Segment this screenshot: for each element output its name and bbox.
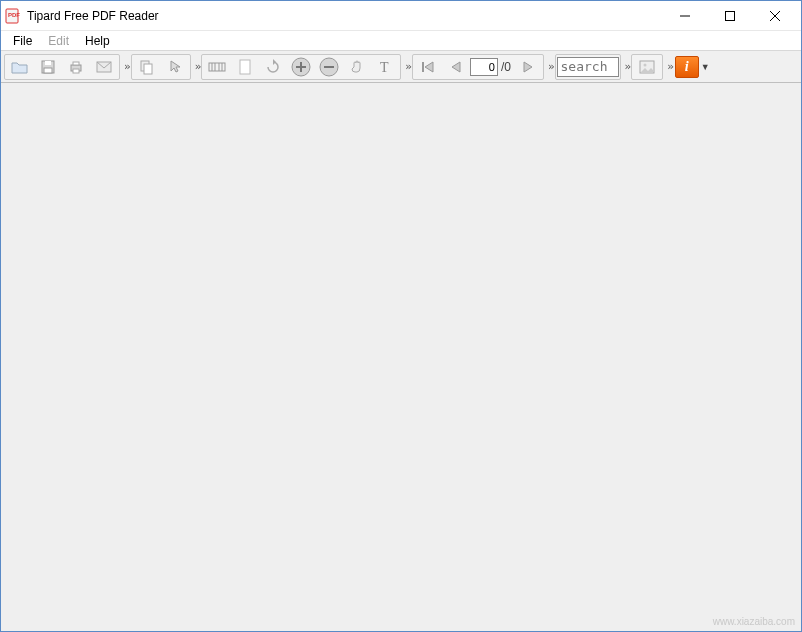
svg-point-29 (644, 63, 647, 66)
app-icon: PDF (5, 8, 21, 24)
svg-rect-15 (209, 63, 225, 71)
overflow-chevron-icon[interactable]: » (546, 60, 555, 73)
search-input[interactable] (557, 57, 619, 77)
toolbar-group-text (131, 54, 191, 80)
titlebar: PDF Tipard Free PDF Reader (1, 1, 801, 31)
document-viewport: www.xiazaiba.com (1, 83, 801, 631)
svg-point-24 (320, 58, 338, 76)
page-number-input[interactable] (470, 58, 498, 76)
next-page-button[interactable] (515, 56, 541, 78)
toolbar-group-view: T (201, 54, 401, 80)
close-button[interactable] (752, 1, 797, 30)
svg-rect-8 (44, 68, 52, 73)
overflow-chevron-icon[interactable]: » (623, 60, 632, 73)
menu-file[interactable]: File (5, 32, 40, 50)
svg-text:PDF: PDF (8, 12, 20, 18)
svg-rect-12 (97, 62, 111, 72)
zoom-in-button[interactable] (288, 56, 314, 78)
toolbar-group-snapshot (631, 54, 663, 80)
fit-width-button[interactable] (204, 56, 230, 78)
open-button[interactable] (7, 56, 33, 78)
email-button[interactable] (91, 56, 117, 78)
toolbar: » » T » (1, 51, 801, 83)
info-icon: i (685, 59, 689, 75)
svg-text:T: T (380, 60, 389, 75)
watermark-text: www.xiazaiba.com (713, 616, 795, 627)
about-button[interactable]: i (675, 56, 699, 78)
menu-help[interactable]: Help (77, 32, 118, 50)
svg-point-21 (292, 58, 310, 76)
print-button[interactable] (63, 56, 89, 78)
svg-rect-7 (45, 61, 51, 65)
svg-rect-10 (73, 62, 79, 65)
first-page-button[interactable] (415, 56, 441, 78)
select-text-button[interactable] (162, 56, 188, 78)
window-controls (662, 1, 797, 30)
toolbar-group-file (4, 54, 120, 80)
svg-rect-13 (141, 61, 149, 71)
fit-page-button[interactable] (232, 56, 258, 78)
toolbar-group-about: i ▼ (674, 54, 710, 80)
dropdown-arrow-icon[interactable]: ▼ (699, 62, 709, 72)
page-total-label: /0 (498, 60, 514, 74)
save-button[interactable] (35, 56, 61, 78)
toolbar-group-nav: /0 (412, 54, 544, 80)
rotate-button[interactable] (260, 56, 286, 78)
svg-rect-20 (240, 60, 250, 74)
overflow-chevron-icon[interactable]: » (665, 60, 674, 73)
prev-page-button[interactable] (443, 56, 469, 78)
hand-tool-button[interactable] (344, 56, 370, 78)
overflow-chevron-icon[interactable]: » (403, 60, 412, 73)
svg-rect-9 (71, 65, 81, 71)
overflow-chevron-icon[interactable]: » (193, 60, 202, 73)
maximize-button[interactable] (707, 1, 752, 30)
svg-rect-14 (144, 64, 152, 74)
text-tool-button[interactable]: T (372, 56, 398, 78)
snapshot-button[interactable] (634, 56, 660, 78)
toolbar-group-search (555, 54, 621, 80)
window-title: Tipard Free PDF Reader (27, 9, 159, 23)
copy-text-button[interactable] (134, 56, 160, 78)
minimize-button[interactable] (662, 1, 707, 30)
svg-rect-11 (73, 69, 79, 73)
menubar: File Edit Help (1, 31, 801, 51)
svg-rect-3 (725, 11, 734, 20)
svg-rect-28 (640, 61, 654, 73)
menu-edit[interactable]: Edit (40, 32, 77, 50)
overflow-chevron-icon[interactable]: » (122, 60, 131, 73)
svg-rect-6 (42, 61, 54, 73)
zoom-out-button[interactable] (316, 56, 342, 78)
